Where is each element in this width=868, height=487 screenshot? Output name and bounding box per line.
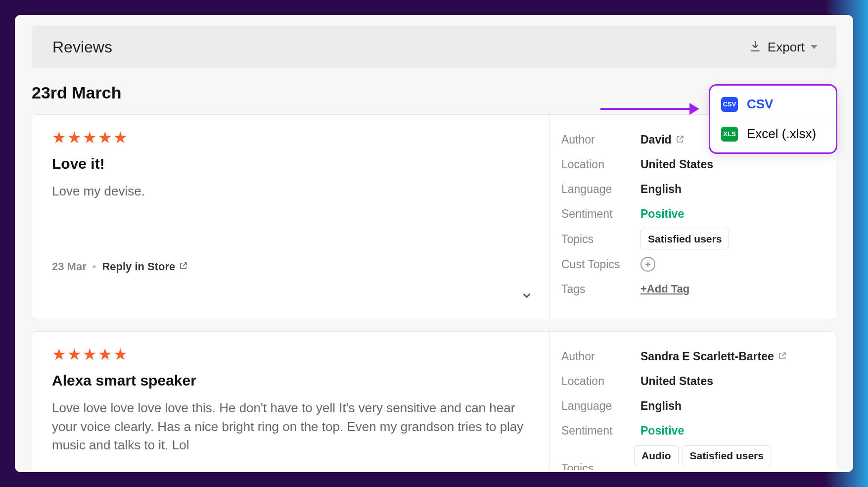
meta-label-author: Author xyxy=(561,350,640,363)
reviews-panel: Reviews Export CSV CSV XLS Excel (.xlsx)… xyxy=(15,15,853,472)
meta-label-sentiment: Sentiment xyxy=(561,424,640,438)
meta-label-location: Location xyxy=(561,375,640,388)
meta-label-topics: Topics xyxy=(561,233,640,246)
star-icon: ★ xyxy=(98,346,112,362)
header-bar: Reviews Export xyxy=(32,26,836,68)
export-option-csv[interactable]: CSV CSV xyxy=(710,90,836,119)
review-title: Love it! xyxy=(52,155,529,172)
chevron-down-icon xyxy=(811,45,818,49)
star-icon: ★ xyxy=(52,130,66,146)
sentiment-value: Positive xyxy=(640,424,684,438)
meta-label-language: Language xyxy=(561,399,640,413)
meta-label-sentiment: Sentiment xyxy=(561,207,640,221)
review-body: Love my devise. xyxy=(52,182,529,201)
author-name: David xyxy=(640,133,672,146)
collapse-toggle[interactable] xyxy=(520,289,533,304)
star-icon: ★ xyxy=(83,130,97,146)
star-icon: ★ xyxy=(113,130,128,146)
csv-badge-icon: CSV xyxy=(721,97,738,112)
annotation-arrow xyxy=(600,103,699,115)
topic-chip[interactable]: Audio xyxy=(634,445,678,466)
export-option-label: CSV xyxy=(747,97,773,112)
author-name: Sandra E Scarlett-Bartee xyxy=(640,350,774,363)
meta-label-topics: Topics xyxy=(561,462,634,473)
external-link-icon[interactable] xyxy=(676,133,685,146)
meta-label-cust-topics: Cust Topics xyxy=(561,258,640,271)
language-value: English xyxy=(640,399,682,413)
topic-chip[interactable]: Use cases xyxy=(634,470,700,472)
review-card: ★ ★ ★ ★ ★ Alexa smart speaker Love love … xyxy=(32,331,836,472)
sentiment-value: Positive xyxy=(640,207,684,221)
download-icon xyxy=(749,40,762,54)
meta-label-language: Language xyxy=(561,183,640,196)
review-date: 23 Mar xyxy=(52,260,87,273)
export-button[interactable]: Export xyxy=(739,34,827,61)
export-option-label: Excel (.xlsx) xyxy=(747,126,816,142)
location-value: United States xyxy=(640,375,713,388)
star-icon: ★ xyxy=(83,346,97,362)
separator-dot: • xyxy=(92,260,96,273)
meta-label-tags: Tags xyxy=(561,283,640,296)
review-title: Alexa smart speaker xyxy=(52,372,529,389)
star-icon: ★ xyxy=(67,130,82,146)
language-value: English xyxy=(640,183,682,196)
export-dropdown: CSV CSV XLS Excel (.xlsx) xyxy=(709,84,837,154)
external-link-icon[interactable] xyxy=(778,350,787,363)
star-icon: ★ xyxy=(52,346,66,362)
star-icon: ★ xyxy=(113,346,128,362)
add-tag-link[interactable]: +Add Tag xyxy=(640,283,689,295)
export-option-excel[interactable]: XLS Excel (.xlsx) xyxy=(710,119,836,148)
review-body: Love love love love love this. He don't … xyxy=(52,399,529,455)
topic-chip[interactable]: Satisfied users xyxy=(640,229,729,249)
star-rating: ★ ★ ★ ★ ★ xyxy=(52,130,529,146)
add-cust-topic-button[interactable]: + xyxy=(640,257,655,272)
page-title: Reviews xyxy=(52,38,112,56)
star-icon: ★ xyxy=(67,346,82,362)
location-value: United States xyxy=(640,158,713,171)
topic-chip[interactable]: Satisfied users xyxy=(683,445,771,466)
meta-label-location: Location xyxy=(561,158,640,171)
star-rating: ★ ★ ★ ★ ★ xyxy=(52,346,529,362)
star-icon: ★ xyxy=(98,130,112,146)
external-link-icon xyxy=(179,260,188,273)
xls-badge-icon: XLS xyxy=(721,127,738,142)
export-label: Export xyxy=(768,40,805,55)
reply-in-store-link[interactable]: Reply in Store xyxy=(102,260,188,273)
meta-label-author: Author xyxy=(561,133,640,146)
